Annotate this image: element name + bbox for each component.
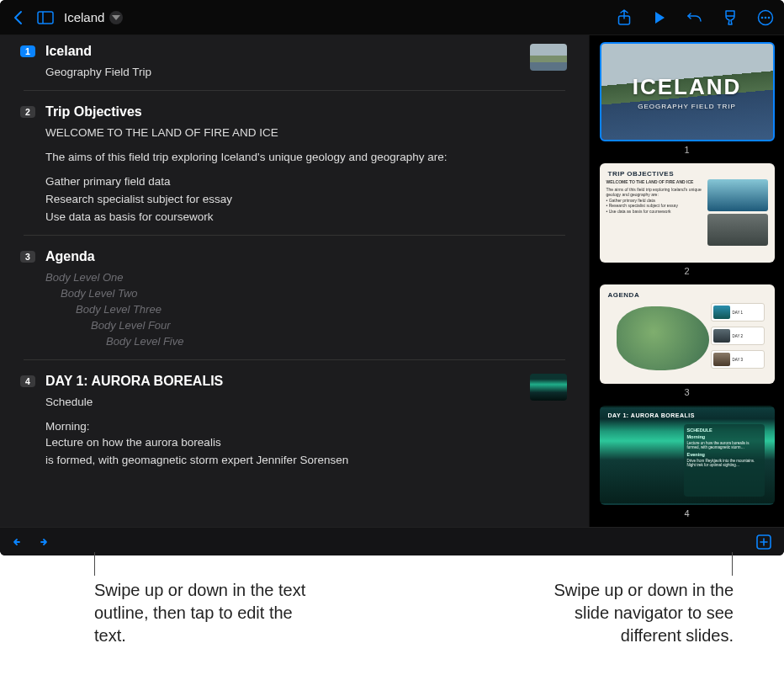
slide-thumb-3[interactable]: AGENDA DAY 1 DAY 2 DAY 3 3 <box>598 284 776 397</box>
document-title[interactable]: Iceland <box>64 10 123 24</box>
thumb-header: DAY 1: AURORA BOREALIS <box>601 407 773 418</box>
slide-body[interactable]: The aims of this field trip exploring Ic… <box>24 151 565 163</box>
undo-icon[interactable] <box>686 9 703 26</box>
thumb-number: 2 <box>684 266 689 276</box>
outline-slide-4[interactable]: 4 DAY 1: AURORA BOREALIS Schedule Mornin… <box>24 374 565 466</box>
top-toolbar: Iceland <box>0 0 784 35</box>
help-callouts: Swipe up or down in the text outline, th… <box>0 555 784 559</box>
slide-subtitle[interactable]: Schedule <box>24 396 565 408</box>
svg-point-5 <box>765 16 767 19</box>
map-icon <box>617 306 709 370</box>
thumb-image[interactable]: AGENDA DAY 1 DAY 2 DAY 3 <box>600 284 775 384</box>
thumb-number: 3 <box>684 387 689 397</box>
svg-rect-0 <box>38 12 53 24</box>
toolbar-left: Iceland <box>10 9 123 26</box>
outline-pane[interactable]: 1 Iceland Geography Field Trip 2 Trip Ob… <box>0 35 589 527</box>
placeholder[interactable]: Body Level Three <box>45 303 565 316</box>
slide-navigator[interactable]: ICELAND GEOGRAPHY FIELD TRIP 1 TRIP OBJE… <box>589 35 784 527</box>
slide-body-heading[interactable]: Morning: <box>24 420 565 433</box>
slide-thumb-2[interactable]: TRIP OBJECTIVES WELCOME TO THE LAND OF F… <box>598 163 776 276</box>
chevron-down-icon <box>109 11 123 24</box>
body-level-placeholders[interactable]: Body Level One Body Level Two Body Level… <box>24 271 565 348</box>
thumb-image[interactable]: DAY 1: AURORA BOREALIS SCHEDULE Morning … <box>600 406 775 505</box>
placeholder[interactable]: Body Level Four <box>45 319 565 332</box>
outline-slide-2[interactable]: 2 Trip Objectives WELCOME TO THE LAND OF… <box>24 104 565 236</box>
slide-number-badge: 1 <box>20 45 35 57</box>
svg-point-4 <box>761 16 764 19</box>
play-icon[interactable] <box>651 9 668 26</box>
agenda-card: DAY 2 <box>711 327 765 345</box>
slide-thumb-1[interactable]: ICELAND GEOGRAPHY FIELD TRIP 1 <box>598 42 776 155</box>
divider <box>24 235 565 236</box>
bottom-toolbar <box>0 527 784 555</box>
thumb-number: 1 <box>684 145 689 155</box>
placeholder[interactable]: Body Level Two <box>45 287 565 300</box>
slide-number-badge: 2 <box>20 106 35 118</box>
slide-subtitle[interactable]: Geography Field Trip <box>24 66 565 78</box>
callout-line <box>732 552 733 576</box>
slide-title[interactable]: Trip Objectives <box>45 104 142 120</box>
agenda-card: DAY 3 <box>711 350 765 369</box>
outdent-icon[interactable] <box>12 534 29 550</box>
body-line[interactable]: Lecture on how the aurora borealis <box>45 436 565 449</box>
bullet[interactable]: Use data as basis for coursework <box>45 210 565 223</box>
bullet[interactable]: Research specialist subject for essay <box>45 193 565 205</box>
thumb-title: ICELAND <box>633 74 742 100</box>
thumb-subtitle: GEOGRAPHY FIELD TRIP <box>638 103 736 110</box>
sidebar-icon[interactable] <box>37 9 54 26</box>
slide-body-lines[interactable]: Lecture on how the aurora borealis is fo… <box>24 436 565 466</box>
format-brush-icon[interactable] <box>722 9 739 26</box>
add-slide-icon[interactable] <box>755 534 772 550</box>
slide-subtitle[interactable]: WELCOME TO THE LAND OF FIRE AND ICE <box>24 126 565 139</box>
thumb-images <box>707 179 768 246</box>
thumb-header: TRIP OBJECTIVES <box>601 165 773 179</box>
thumb-panel: SCHEDULE Morning Lecture on how the auro… <box>684 424 765 497</box>
bullet[interactable]: Gather primary field data <box>45 175 565 188</box>
thumb-header: AGENDA <box>601 286 773 300</box>
agenda-card: DAY 1 <box>711 303 765 322</box>
placeholder[interactable]: Body Level One <box>45 271 565 284</box>
slide-number-badge: 3 <box>20 251 35 263</box>
body-line[interactable]: is formed, with geomagnetic storm expert… <box>45 454 565 466</box>
callout-line <box>94 552 95 576</box>
slide-thumb-4[interactable]: DAY 1: AURORA BOREALIS SCHEDULE Morning … <box>598 406 776 518</box>
thumb-image[interactable]: TRIP OBJECTIVES WELCOME TO THE LAND OF F… <box>600 163 775 263</box>
slide-title[interactable]: Agenda <box>45 249 95 264</box>
more-icon[interactable] <box>757 9 774 26</box>
callout-navigator: Swipe up or down in the slide navigator … <box>515 579 734 647</box>
outline-slide-3[interactable]: 3 Agenda Body Level One Body Level Two B… <box>24 249 565 360</box>
placeholder[interactable]: Body Level Five <box>45 335 565 348</box>
slide-title[interactable]: Iceland <box>45 44 92 59</box>
slide-title[interactable]: DAY 1: AURORA BOREALIS <box>45 374 223 389</box>
main-split: 1 Iceland Geography Field Trip 2 Trip Ob… <box>0 35 784 527</box>
divider <box>24 90 565 91</box>
callout-outline: Swipe up or down in the text outline, th… <box>94 579 313 647</box>
toolbar-right <box>616 9 774 26</box>
share-icon[interactable] <box>616 9 633 26</box>
title-text: Iceland <box>64 10 104 24</box>
app-window: Iceland <box>0 0 784 555</box>
outline-slide-1[interactable]: 1 Iceland Geography Field Trip <box>24 44 565 91</box>
svg-point-6 <box>768 16 771 19</box>
thumb-text: WELCOME TO THE LAND OF FIRE AND ICE The … <box>607 179 704 246</box>
mini-thumb-icon <box>530 374 567 401</box>
thumb-number: 4 <box>684 508 689 518</box>
slide-number-badge: 4 <box>20 375 35 387</box>
thumb-image[interactable]: ICELAND GEOGRAPHY FIELD TRIP <box>600 42 775 141</box>
back-icon[interactable] <box>10 9 27 26</box>
divider <box>24 359 565 360</box>
mini-thumb-icon <box>530 44 567 71</box>
slide-bullets[interactable]: Gather primary field data Research speci… <box>24 175 565 223</box>
indent-icon[interactable] <box>39 534 56 550</box>
